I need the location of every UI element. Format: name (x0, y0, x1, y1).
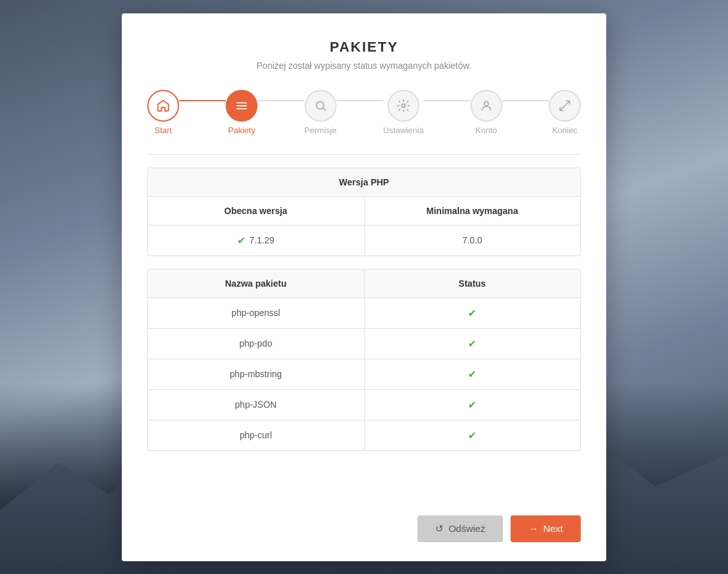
php-current-version: 7.1.29 (249, 235, 274, 245)
step-ustawienia-circle (388, 90, 419, 122)
pkg-name-1: php-pdo (148, 329, 365, 359)
php-min-version-cell: 7.0.0 (365, 226, 581, 255)
table-row: php-mbstring ✔ (148, 359, 580, 390)
step-konto-circle (470, 90, 502, 122)
pkg-name-4: php-curl (148, 420, 365, 450)
php-table-col-headers: Obecna wersja Minimalna wymagana (148, 197, 580, 226)
connector-2 (258, 100, 304, 101)
next-arrow-icon: → (528, 523, 538, 534)
pkg-col2-header: Status (365, 269, 581, 298)
page-title: PAKIETY (147, 39, 581, 55)
svg-point-5 (402, 104, 405, 108)
svg-point-6 (484, 101, 489, 106)
php-version-row: ✔ 7.1.29 7.0.0 (148, 226, 580, 255)
step-ustawienia-label: Ustawienia (383, 126, 424, 135)
pkg-status-1: ✔ (365, 329, 581, 359)
php-col2-header: Minimalna wymagana (365, 197, 581, 225)
main-modal: PAKIETY Poniżej został wypisany status w… (122, 13, 606, 561)
step-ustawienia: Ustawienia (383, 90, 424, 135)
refresh-button[interactable]: ↺ Odśwież (418, 515, 504, 542)
table-row: php-curl ✔ (148, 420, 580, 450)
step-konto-label: Konto (476, 126, 497, 135)
pkg-name-2: php-mbstring (148, 359, 365, 389)
step-permisje-circle (305, 90, 337, 122)
page-subtitle: Poniżej został wypisany status wymaganyc… (147, 61, 581, 71)
connector-3 (337, 100, 383, 101)
pkg-status-0: ✔ (365, 298, 581, 328)
php-version-table: Wersja PHP Obecna wersja Minimalna wymag… (147, 168, 581, 256)
step-start-circle (147, 90, 179, 122)
pkg-name-0: php-openssl (148, 298, 365, 328)
php-check-icon: ✔ (237, 234, 245, 247)
step-permisje-label: Permisje (304, 126, 337, 135)
step-pakiety-label: Pakiety (228, 126, 256, 135)
svg-line-4 (323, 108, 325, 110)
pkg-status-4: ✔ (365, 420, 581, 450)
connector-4 (424, 100, 470, 101)
step-koniec-label: Koniec (552, 126, 578, 135)
packages-table: Nazwa pakietu Status php-openssl ✔ php-p… (147, 269, 581, 451)
step-pakiety-circle (226, 90, 258, 122)
check-icon-0: ✔ (468, 307, 476, 319)
check-icon-4: ✔ (468, 429, 476, 441)
php-table-title: Wersja PHP (148, 168, 580, 196)
check-icon-1: ✔ (468, 338, 476, 350)
table-row: php-JSON ✔ (148, 390, 580, 420)
table-row: php-pdo ✔ (148, 329, 580, 359)
packages-col-headers: Nazwa pakietu Status (148, 269, 580, 298)
refresh-label: Odśwież (449, 523, 486, 534)
step-konto: Konto (470, 90, 502, 135)
step-permisje: Permisje (304, 90, 337, 135)
php-col1-header: Obecna wersja (148, 197, 365, 225)
footer-buttons: ↺ Odśwież → Next (147, 503, 581, 542)
connector-1 (179, 100, 226, 101)
step-koniec: Koniec (549, 90, 581, 135)
check-icon-3: ✔ (468, 399, 476, 411)
step-start-label: Start (154, 126, 171, 135)
pkg-status-3: ✔ (365, 390, 581, 420)
refresh-icon: ↺ (435, 523, 444, 535)
svg-rect-1 (237, 105, 247, 106)
pkg-col1-header: Nazwa pakietu (148, 269, 365, 298)
next-label: Next (543, 523, 563, 534)
svg-rect-2 (237, 108, 247, 109)
stepper: Start Pakiety Permisje (147, 90, 581, 135)
section-divider (147, 154, 581, 155)
table-row: php-openssl ✔ (148, 298, 580, 329)
step-pakiety: Pakiety (226, 90, 258, 135)
next-button[interactable]: → Next (511, 515, 581, 542)
php-current-version-cell: ✔ 7.1.29 (148, 226, 365, 255)
pkg-status-2: ✔ (365, 359, 581, 389)
connector-5 (502, 100, 549, 101)
check-icon-2: ✔ (468, 368, 476, 380)
step-start: Start (147, 90, 179, 135)
step-koniec-circle (549, 90, 581, 122)
svg-rect-0 (237, 102, 247, 103)
php-table-title-row: Wersja PHP (148, 168, 580, 197)
pkg-name-3: php-JSON (148, 390, 365, 420)
